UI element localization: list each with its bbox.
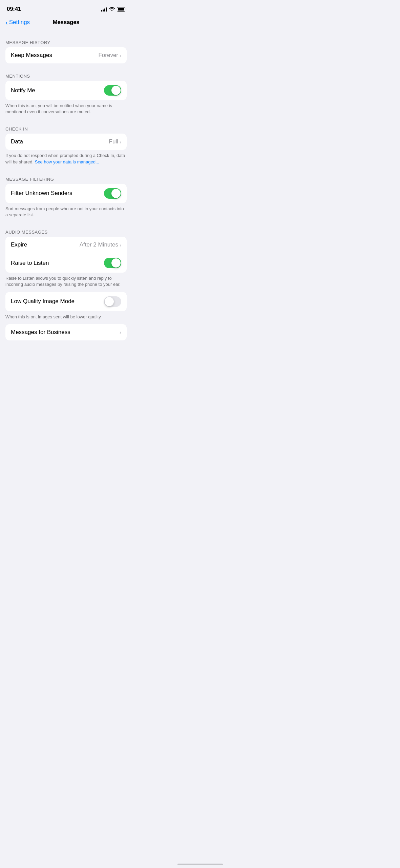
row-low-quality-image-mode: Low Quality Image Mode bbox=[5, 292, 127, 311]
toggle-thumb bbox=[111, 86, 121, 95]
card-mentions: Notify Me bbox=[5, 81, 127, 100]
messages-for-business-value: › bbox=[120, 329, 121, 335]
battery-icon bbox=[117, 7, 125, 12]
filter-unknown-senders-label: Filter Unknown Senders bbox=[11, 190, 72, 197]
row-raise-to-listen: Raise to Listen bbox=[5, 253, 127, 273]
section-footer-audio-messages: Raise to Listen allows you to quickly li… bbox=[0, 273, 132, 289]
card-message-history: Keep Messages Forever › bbox=[5, 47, 127, 63]
row-notify-me: Notify Me bbox=[5, 81, 127, 100]
expire-label: Expire bbox=[11, 241, 27, 248]
back-label: Settings bbox=[9, 19, 30, 26]
toggle-thumb bbox=[111, 258, 121, 268]
section-footer-mentions: When this is on, you will be notified wh… bbox=[0, 100, 132, 116]
row-data[interactable]: Data Full › bbox=[5, 134, 127, 150]
status-icons bbox=[101, 6, 125, 12]
section-header-message-history: MESSAGE HISTORY bbox=[0, 37, 132, 47]
card-messages-for-business: Messages for Business › bbox=[5, 324, 127, 340]
settings-content: MESSAGE HISTORY Keep Messages Forever › … bbox=[0, 37, 132, 354]
raise-to-listen-label: Raise to Listen bbox=[11, 260, 49, 267]
check-in-link[interactable]: See how your data is managed... bbox=[35, 159, 99, 164]
nav-bar: ‹ Settings Messages bbox=[0, 16, 132, 30]
chevron-right-icon: › bbox=[120, 53, 121, 58]
section-footer-message-filtering: Sort messages from people who are not in… bbox=[0, 203, 132, 219]
row-keep-messages[interactable]: Keep Messages Forever › bbox=[5, 47, 127, 63]
expire-value: After 2 Minutes › bbox=[80, 241, 121, 248]
section-header-mentions: MENTIONS bbox=[0, 71, 132, 81]
section-footer-low-quality-image: When this is on, images sent will be low… bbox=[0, 311, 132, 321]
section-message-history: MESSAGE HISTORY Keep Messages Forever › bbox=[0, 37, 132, 63]
section-low-quality-image: Low Quality Image Mode When this is on, … bbox=[0, 289, 132, 321]
raise-to-listen-toggle[interactable] bbox=[104, 258, 121, 268]
chevron-right-icon: › bbox=[120, 242, 121, 248]
messages-for-business-label: Messages for Business bbox=[11, 329, 70, 336]
section-mentions: MENTIONS Notify Me When this is on, you … bbox=[0, 71, 132, 116]
low-quality-image-mode-label: Low Quality Image Mode bbox=[11, 298, 75, 305]
data-value: Full › bbox=[109, 138, 121, 145]
section-header-audio-messages: AUDIO MESSAGES bbox=[0, 227, 132, 237]
back-button[interactable]: ‹ Settings bbox=[5, 19, 30, 26]
card-check-in: Data Full › bbox=[5, 134, 127, 150]
section-footer-check-in: If you do not respond when prompted duri… bbox=[0, 150, 132, 166]
row-filter-unknown-senders: Filter Unknown Senders bbox=[5, 184, 127, 203]
toggle-thumb bbox=[111, 189, 121, 198]
wifi-icon bbox=[109, 6, 115, 12]
section-audio-messages: AUDIO MESSAGES Expire After 2 Minutes › … bbox=[0, 227, 132, 289]
section-header-message-filtering: MESSAGE FILTERING bbox=[0, 174, 132, 184]
back-chevron-icon: ‹ bbox=[5, 19, 8, 26]
filter-unknown-senders-toggle[interactable] bbox=[104, 188, 121, 199]
status-bar: 09:41 bbox=[0, 0, 132, 16]
page-title: Messages bbox=[53, 19, 80, 26]
toggle-thumb bbox=[105, 297, 114, 306]
low-quality-image-mode-toggle[interactable] bbox=[104, 296, 121, 307]
chevron-right-icon: › bbox=[120, 329, 121, 335]
status-time: 09:41 bbox=[7, 6, 21, 13]
card-low-quality-image: Low Quality Image Mode bbox=[5, 292, 127, 311]
row-expire[interactable]: Expire After 2 Minutes › bbox=[5, 237, 127, 253]
keep-messages-label: Keep Messages bbox=[11, 52, 52, 59]
notify-me-toggle[interactable] bbox=[104, 85, 121, 96]
keep-messages-value: Forever › bbox=[98, 52, 121, 59]
section-header-check-in: CHECK IN bbox=[0, 124, 132, 134]
card-audio-messages: Expire After 2 Minutes › Raise to Listen bbox=[5, 237, 127, 273]
section-message-filtering: MESSAGE FILTERING Filter Unknown Senders… bbox=[0, 174, 132, 219]
row-messages-for-business[interactable]: Messages for Business › bbox=[5, 324, 127, 340]
section-check-in: CHECK IN Data Full › If you do not respo… bbox=[0, 124, 132, 166]
section-messages-for-business: Messages for Business › bbox=[0, 321, 132, 340]
signal-bars-icon bbox=[101, 7, 107, 12]
data-label: Data bbox=[11, 138, 23, 145]
chevron-right-icon: › bbox=[120, 139, 121, 145]
card-message-filtering: Filter Unknown Senders bbox=[5, 184, 127, 203]
notify-me-label: Notify Me bbox=[11, 87, 35, 94]
